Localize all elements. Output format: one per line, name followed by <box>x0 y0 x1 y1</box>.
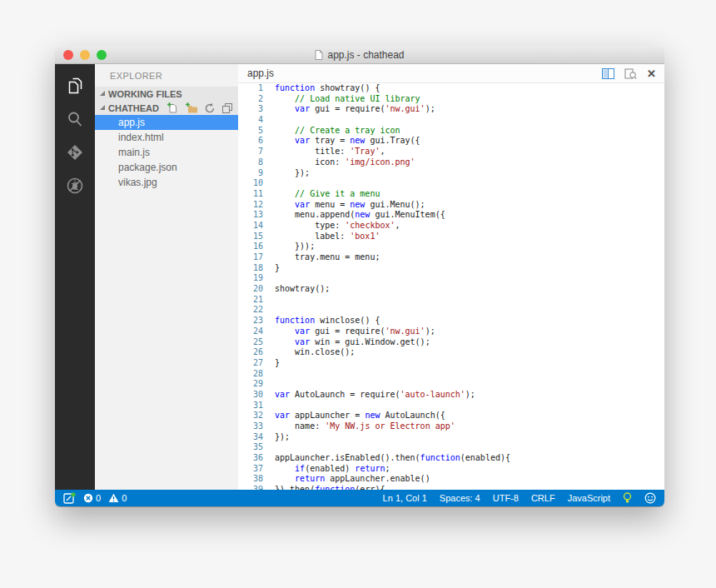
folder-name-label: CHATHEAD <box>108 103 159 113</box>
file-item-vikas.jpg[interactable]: vikas.jpg <box>95 175 238 190</box>
code-line[interactable]: 3 var gui = require('nw.gui'); <box>238 104 664 115</box>
warning-icon <box>108 493 119 503</box>
close-window-button[interactable] <box>63 50 73 60</box>
status-item[interactable]: CRLF <box>531 493 555 503</box>
folder-section-header[interactable]: CHATHEAD <box>95 101 238 115</box>
preview-icon[interactable] <box>624 68 637 80</box>
title-bar: app.js - chathead <box>55 46 664 64</box>
code-text: // Give it a menu <box>275 189 380 200</box>
minimize-window-button[interactable] <box>80 50 90 60</box>
code-line[interactable]: 32var appLauncher = new AutoLaunch({ <box>238 411 664 421</box>
code-line[interactable]: 19 <box>238 273 664 284</box>
code-line[interactable]: 8 icon: 'img/icon.png' <box>238 157 664 168</box>
code-text: tray.menu = menu; <box>275 252 380 263</box>
status-bar: 0 0 Ln 1, Col 1Spaces: 4UTF-8CRLFJavaScr… <box>55 490 664 506</box>
code-line[interactable]: 6 var tray = new gui.Tray({ <box>238 136 664 147</box>
code-text: }); <box>275 168 310 179</box>
code-line[interactable]: 28 <box>238 369 664 380</box>
line-number: 20 <box>238 284 263 295</box>
code-line[interactable]: 5 // Create a tray icon <box>238 126 664 137</box>
code-text: win.close(); <box>275 347 355 358</box>
code-line[interactable]: 11 // Give it a menu <box>238 189 664 200</box>
file-item-main.js[interactable]: main.js <box>95 145 238 160</box>
code-line[interactable]: 23function winclose() { <box>238 316 664 326</box>
code-line[interactable]: 31 <box>238 401 664 411</box>
code-line[interactable]: 1function showtray() { <box>238 83 664 94</box>
working-files-header[interactable]: WORKING FILES <box>95 87 238 101</box>
code-line[interactable]: 13 menu.append(new gui.MenuItem({ <box>238 210 664 221</box>
code-line[interactable]: 12 var menu = new gui.Menu(); <box>238 200 664 211</box>
code-line[interactable]: 21 <box>238 295 664 306</box>
line-number: 35 <box>238 442 263 453</box>
code-line[interactable]: 35 <box>238 442 664 453</box>
close-tab-icon[interactable]: ✕ <box>647 68 656 79</box>
collapse-all-icon[interactable] <box>221 102 233 114</box>
traffic-lights <box>63 50 107 60</box>
status-item[interactable]: JavaScript <box>568 493 610 503</box>
line-number: 25 <box>238 337 263 348</box>
code-line[interactable]: 10 <box>238 178 664 189</box>
code-text: // Load native UI library <box>275 94 420 105</box>
line-number: 2 <box>238 94 263 105</box>
file-item-app.js[interactable]: app.js <box>95 115 238 130</box>
code-line[interactable]: 30var AutoLaunch = require('auto-launch'… <box>238 390 664 401</box>
code-line[interactable]: 9 }); <box>238 168 664 179</box>
code-text: // Create a tray icon <box>275 126 400 137</box>
explorer-icon[interactable] <box>55 69 95 102</box>
line-number: 23 <box>238 316 263 326</box>
code-line[interactable]: 15 label: 'box1' <box>238 232 664 242</box>
code-lines[interactable]: 1function showtray() {2 // Load native U… <box>238 83 664 490</box>
error-count[interactable]: 0 <box>83 493 101 503</box>
status-item[interactable]: Ln 1, Col 1 <box>383 493 427 503</box>
search-icon[interactable] <box>55 102 95 136</box>
git-icon[interactable] <box>55 136 95 169</box>
code-text: var AutoLaunch = require('auto-launch'); <box>275 390 475 401</box>
code-line[interactable]: 26 win.close(); <box>238 347 664 358</box>
code-line[interactable]: 17 tray.menu = menu; <box>238 252 664 263</box>
tab-app-js[interactable]: app.js <box>238 67 274 79</box>
file-item-index.html[interactable]: index.html <box>95 130 238 145</box>
code-text: appLauncher.isEnabled().then(function(en… <box>275 453 510 464</box>
line-number: 3 <box>238 104 263 115</box>
code-line[interactable]: 7 title: 'Tray', <box>238 147 664 157</box>
feedback-smiley-icon[interactable] <box>644 492 656 504</box>
code-line[interactable]: 34}); <box>238 432 664 443</box>
refresh-icon[interactable] <box>204 102 216 114</box>
code-line[interactable]: 24 var gui = require('nw.gui'); <box>238 326 664 337</box>
code-line[interactable]: 29 <box>238 379 664 390</box>
code-text: function showtray() { <box>275 83 380 94</box>
status-item[interactable]: Spaces: 4 <box>440 493 480 503</box>
line-number: 30 <box>238 390 263 401</box>
code-line[interactable]: 38 return appLauncher.enable() <box>238 474 664 485</box>
warning-count[interactable]: 0 <box>108 493 127 503</box>
code-line[interactable]: 33 name: 'My NW.js or Electron app' <box>238 421 664 432</box>
new-file-icon[interactable] <box>167 102 179 114</box>
status-item[interactable]: UTF-8 <box>493 493 519 503</box>
code-line[interactable]: 36appLauncher.isEnabled().then(function(… <box>238 453 664 464</box>
lightbulb-icon[interactable] <box>623 492 632 504</box>
section-expand-icon <box>100 91 105 96</box>
error-icon <box>83 493 93 503</box>
line-number: 13 <box>238 210 263 221</box>
line-number: 28 <box>238 369 263 380</box>
code-line[interactable]: 22 <box>238 305 664 316</box>
code-line[interactable]: 14 type: 'checkbox', <box>238 221 664 232</box>
debug-icon[interactable] <box>55 169 95 202</box>
code-line[interactable]: 2 // Load native UI library <box>238 94 664 105</box>
file-item-package.json[interactable]: package.json <box>95 160 238 175</box>
zoom-window-button[interactable] <box>97 50 107 60</box>
code-line[interactable]: 18} <box>238 263 664 274</box>
code-line[interactable]: 37 if(enabled) return; <box>238 464 664 475</box>
split-editor-icon[interactable] <box>602 68 614 79</box>
code-line[interactable]: 20showtray(); <box>238 284 664 295</box>
activity-bar <box>55 64 95 490</box>
app-status-icon[interactable] <box>63 492 76 504</box>
code-line[interactable]: 27} <box>238 358 664 369</box>
line-number: 7 <box>238 147 263 157</box>
code-line[interactable]: 4 <box>238 115 664 126</box>
line-number: 16 <box>238 242 263 252</box>
new-folder-icon[interactable] <box>185 102 198 114</box>
code-line[interactable]: 16 })); <box>238 242 664 252</box>
code-text: type: 'checkbox', <box>275 221 400 232</box>
code-line[interactable]: 25 var win = gui.Window.get(); <box>238 337 664 348</box>
